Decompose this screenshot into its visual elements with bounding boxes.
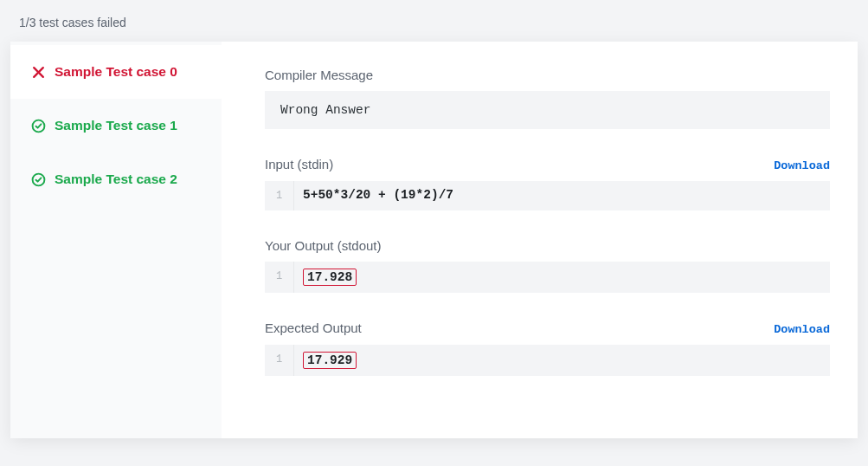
input-download-link[interactable]: Download <box>774 159 830 172</box>
results-panel: Sample Test case 0 Sample Test case 1 Sa… <box>10 42 858 438</box>
your-output-content: 17.928 <box>294 262 365 293</box>
input-title: Input (stdin) <box>265 157 333 172</box>
line-number: 1 <box>276 270 282 282</box>
gutter: 1 <box>265 262 294 293</box>
compiler-message-title: Compiler Message <box>265 68 373 82</box>
input-section: Input (stdin) Download 1 5+50*3/20 + (19… <box>265 157 830 210</box>
line-number: 1 <box>276 190 282 202</box>
testcase-tab-label: Sample Test case 0 <box>55 64 177 80</box>
input-content: 5+50*3/20 + (19*2)/7 <box>294 181 462 210</box>
check-circle-icon <box>31 119 46 133</box>
x-icon <box>31 65 46 80</box>
compiler-message-section: Compiler Message Wrong Answer <box>265 68 830 129</box>
compiler-message-box: Wrong Answer <box>265 91 830 129</box>
testcase-tab-label: Sample Test case 1 <box>55 118 177 133</box>
testcase-sidebar: Sample Test case 0 Sample Test case 1 Sa… <box>10 42 222 438</box>
gutter: 1 <box>265 345 294 376</box>
input-code-block: 1 5+50*3/20 + (19*2)/7 <box>265 181 830 210</box>
your-output-title: Your Output (stdout) <box>265 238 382 253</box>
gutter: 1 <box>265 181 294 210</box>
your-output-code-block: 1 17.928 <box>265 262 830 293</box>
expected-output-value: 17.929 <box>303 352 357 369</box>
testcase-tab-1[interactable]: Sample Test case 1 <box>10 99 222 152</box>
line-number: 1 <box>276 353 282 366</box>
check-circle-icon <box>31 172 46 187</box>
your-output-value: 17.928 <box>303 269 357 286</box>
expected-output-title: Expected Output <box>265 320 362 335</box>
testcase-tab-2[interactable]: Sample Test case 2 <box>10 152 222 206</box>
testcase-tab-label: Sample Test case 2 <box>55 172 177 187</box>
expected-output-code-block: 1 17.929 <box>265 345 830 376</box>
testcase-tab-0[interactable]: Sample Test case 0 <box>10 45 222 99</box>
expected-output-section: Expected Output Download 1 17.929 <box>265 320 830 376</box>
summary-text: 1/3 test cases failed <box>0 0 868 42</box>
your-output-section: Your Output (stdout) 1 17.928 <box>265 238 830 293</box>
testcase-details: Compiler Message Wrong Answer Input (std… <box>222 42 858 438</box>
expected-download-link[interactable]: Download <box>774 323 830 336</box>
expected-output-content: 17.929 <box>294 345 365 376</box>
